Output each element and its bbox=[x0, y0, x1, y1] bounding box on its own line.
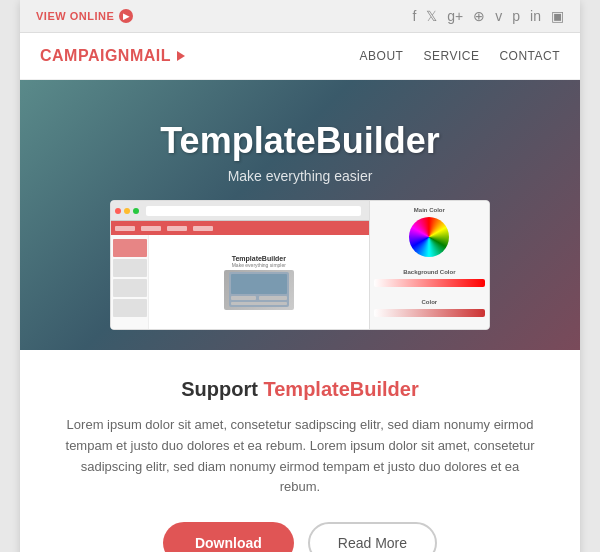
nav-item-3 bbox=[167, 226, 187, 231]
button-group: Download Read More bbox=[60, 522, 540, 552]
svg-rect-2 bbox=[231, 296, 256, 300]
browser-dot-max bbox=[133, 208, 139, 214]
email-container: VIEW ONLINE ▶ f 𝕏 g+ ⊕ v p in ▣ CAMPAIGN… bbox=[20, 0, 580, 552]
read-more-button[interactable]: Read More bbox=[308, 522, 437, 552]
facebook-icon[interactable]: f bbox=[412, 8, 416, 24]
view-online-link[interactable]: VIEW ONLINE ▶ bbox=[36, 9, 133, 23]
top-bar: VIEW ONLINE ▶ f 𝕏 g+ ⊕ v p in ▣ bbox=[20, 0, 580, 33]
nav-contact[interactable]: CONTACT bbox=[499, 49, 560, 63]
spacer bbox=[374, 261, 485, 265]
app-inner-title: TemplateBuilder bbox=[232, 255, 286, 262]
view-online-arrow-icon: ▶ bbox=[119, 9, 133, 23]
nav-item-2 bbox=[141, 226, 161, 231]
nav-item-1 bbox=[115, 226, 135, 231]
svg-rect-4 bbox=[231, 302, 287, 305]
app-inner-sub: Make everything simpler bbox=[232, 262, 286, 268]
app-body: TemplateBuilder Make everything simpler bbox=[111, 235, 369, 329]
nav-about[interactable]: ABOUT bbox=[360, 49, 404, 63]
browser-dot-close bbox=[115, 208, 121, 214]
svg-rect-3 bbox=[259, 296, 287, 300]
download-button[interactable]: Download bbox=[163, 522, 294, 552]
support-body-text: Lorem ipsum dolor sit amet, consetetur s… bbox=[60, 415, 540, 498]
pinterest-icon[interactable]: p bbox=[512, 8, 520, 24]
app-nav-bar bbox=[111, 221, 369, 235]
content-section: Support TemplateBuilder Lorem ipsum dolo… bbox=[20, 350, 580, 552]
logo-campaign: CAMPAIGN bbox=[40, 47, 130, 64]
screenshot-left-panel: TemplateBuilder Make everything simpler bbox=[111, 201, 370, 329]
hero-screenshot-mockup: TemplateBuilder Make everything simpler bbox=[110, 200, 490, 330]
color-bar-text bbox=[374, 309, 485, 317]
background-color-label: Background Color bbox=[374, 269, 485, 275]
linkedin-icon[interactable]: in bbox=[530, 8, 541, 24]
color-picker-label: Main Color bbox=[374, 207, 485, 213]
browser-toolbar bbox=[111, 201, 369, 221]
logo-triangle-icon bbox=[177, 51, 185, 61]
header-nav: CAMPAIGNMAIL ABOUT SERVICE CONTACT bbox=[20, 33, 580, 80]
logo: CAMPAIGNMAIL bbox=[40, 47, 185, 65]
app-sidebar bbox=[111, 235, 149, 329]
thumb-4 bbox=[113, 299, 147, 317]
text-color-label: Color bbox=[374, 299, 485, 305]
view-online-text: VIEW ONLINE bbox=[36, 10, 114, 22]
browser-url-bar bbox=[146, 206, 361, 216]
support-prefix: Support bbox=[181, 378, 263, 400]
screenshot-right-panel: Main Color Background Color Color bbox=[370, 201, 489, 329]
instagram-icon[interactable]: ▣ bbox=[551, 8, 564, 24]
color-bar-bg bbox=[374, 279, 485, 287]
support-title: Support TemplateBuilder bbox=[60, 378, 540, 401]
thumb-3 bbox=[113, 279, 147, 297]
logo-mail: MAIL bbox=[130, 47, 171, 64]
social-icons-group: f 𝕏 g+ ⊕ v p in ▣ bbox=[412, 8, 564, 24]
twitter-icon[interactable]: 𝕏 bbox=[426, 8, 437, 24]
app-main-content: TemplateBuilder Make everything simpler bbox=[149, 235, 369, 329]
support-accent: TemplateBuilder bbox=[264, 378, 419, 400]
app-preview-image bbox=[224, 270, 294, 310]
nav-item-4 bbox=[193, 226, 213, 231]
nav-links: ABOUT SERVICE CONTACT bbox=[360, 49, 560, 63]
color-wheel bbox=[409, 217, 449, 257]
browser-dot-min bbox=[124, 208, 130, 214]
hero-title: TemplateBuilder bbox=[40, 120, 560, 162]
rss-icon[interactable]: ⊕ bbox=[473, 8, 485, 24]
hero-section: TemplateBuilder Make everything easier bbox=[20, 80, 580, 350]
thumb-2 bbox=[113, 259, 147, 277]
google-plus-icon[interactable]: g+ bbox=[447, 8, 463, 24]
hero-subtitle: Make everything easier bbox=[40, 168, 560, 184]
thumb-1 bbox=[113, 239, 147, 257]
vimeo-icon[interactable]: v bbox=[495, 8, 502, 24]
svg-rect-1 bbox=[231, 274, 287, 294]
spacer2 bbox=[374, 291, 485, 295]
logo-text: CAMPAIGNMAIL bbox=[40, 47, 171, 65]
nav-service[interactable]: SERVICE bbox=[423, 49, 479, 63]
